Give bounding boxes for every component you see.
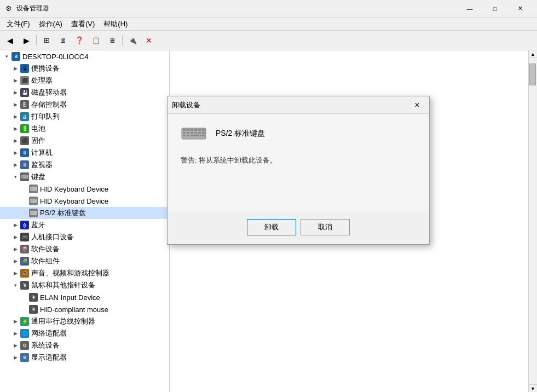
software-icon: 📦 xyxy=(20,244,30,254)
tree-display[interactable]: ▶ 🖥 显示适配器 xyxy=(0,351,169,364)
tree-sys[interactable]: ▶ ⚙ 系统设备 xyxy=(0,339,169,351)
tree-monitor[interactable]: ▶ 🖥 监视器 xyxy=(0,159,169,171)
display-expand-icon[interactable]: ▶ xyxy=(11,353,20,362)
toolbar-sep-1 xyxy=(36,35,37,46)
forward-button[interactable]: ▶ xyxy=(19,33,34,48)
network-icon: 🌐 xyxy=(20,328,30,338)
scrollbar[interactable]: ▲ ▼ xyxy=(528,50,537,392)
tree-hid-kbd-2[interactable]: ▶ ⌨ HID Keyboard Device xyxy=(0,195,169,207)
menu-action[interactable]: 操作(A) xyxy=(34,18,67,30)
device-tree[interactable]: ▾ 🖥 DESKTOP-0LIOCC4 ▶ 📱 便携设备 ▶ ⬛ 处理器 ▶ xyxy=(0,50,170,392)
sys-expand-icon[interactable]: ▶ xyxy=(11,341,20,350)
tree-network[interactable]: ▶ 🌐 网络适配器 xyxy=(0,327,169,339)
monitor-button[interactable]: 🖥 xyxy=(105,33,120,48)
tree-bluetooth[interactable]: ▶ ₿ 蓝牙 xyxy=(0,219,169,231)
dialog-device-row: PS/2 标准键盘 xyxy=(181,125,416,142)
dialog-title: 卸载设备 xyxy=(172,100,409,110)
plugin-button[interactable]: 🔌 xyxy=(125,33,140,48)
battery-expand-icon[interactable]: ▶ xyxy=(11,124,20,133)
tree-elan[interactable]: ▶ 🖱 ELAN Input Device xyxy=(0,291,169,303)
audio-expand-icon[interactable]: ▶ xyxy=(11,269,20,278)
scroll-down-button[interactable]: ▼ xyxy=(529,384,537,392)
tree-disk[interactable]: ▶ 💾 磁盘驱动器 xyxy=(0,87,169,99)
menu-help[interactable]: 帮助(H) xyxy=(99,18,132,30)
svg-rect-16 xyxy=(200,135,205,136)
cpu-expand-icon[interactable]: ▶ xyxy=(11,76,20,85)
uninstall-dialog: 卸载设备 ✕ xyxy=(167,96,430,245)
network-expand-icon[interactable]: ▶ xyxy=(11,329,20,338)
window-title: 设备管理器 xyxy=(16,4,457,13)
display-label: 显示适配器 xyxy=(31,353,67,362)
tree-usb[interactable]: ▶ ⚡ 通用串行总线控制器 xyxy=(0,315,169,327)
computer-label: 计算机 xyxy=(31,148,53,158)
maximize-button[interactable]: □ xyxy=(482,0,507,18)
software-label: 软件设备 xyxy=(31,244,60,254)
computer-expand-icon[interactable]: ▶ xyxy=(11,148,20,157)
scroll-thumb[interactable] xyxy=(529,64,536,85)
hid-expand-icon[interactable]: ▶ xyxy=(11,233,20,241)
storage-label: 存储控制器 xyxy=(31,100,67,109)
softcomp-expand-icon[interactable]: ▶ xyxy=(11,257,20,266)
tree-root[interactable]: ▾ 🖥 DESKTOP-0LIOCC4 xyxy=(0,50,169,62)
print-icon: 🖨 xyxy=(20,112,30,122)
keyboard-expand-icon[interactable]: ▾ xyxy=(11,172,20,181)
scan-button[interactable]: 📋 xyxy=(88,33,103,48)
back-button[interactable]: ◀ xyxy=(2,33,18,48)
cpu-label: 处理器 xyxy=(31,76,53,85)
cancel-button[interactable]: 取消 xyxy=(301,219,350,235)
update-button[interactable]: 🗎 xyxy=(55,33,71,48)
tree-print[interactable]: ▶ 🖨 打印队列 xyxy=(0,111,169,123)
tree-hid-mouse[interactable]: ▶ 🖱 HID-compliant mouse xyxy=(0,303,169,315)
scroll-up-button[interactable]: ▲ xyxy=(529,50,537,58)
dialog-close-button[interactable]: ✕ xyxy=(409,97,425,113)
battery-label: 电池 xyxy=(31,124,45,134)
firmware-expand-icon[interactable]: ▶ xyxy=(11,136,20,145)
bluetooth-icon: ₿ xyxy=(20,220,30,230)
usb-expand-icon[interactable]: ▶ xyxy=(11,317,20,326)
hid-mouse-label: HID-compliant mouse xyxy=(40,305,108,314)
monitor-expand-icon[interactable]: ▶ xyxy=(11,160,20,169)
tree-battery[interactable]: ▶ 🔋 电池 xyxy=(0,123,169,135)
tree-keyboard[interactable]: ▾ ⌨ 键盘 xyxy=(0,171,169,183)
tree-computer[interactable]: ▶ 🖥 计算机 xyxy=(0,147,169,159)
svg-rect-12 xyxy=(202,132,205,134)
tree-software[interactable]: ▶ 📦 软件设备 xyxy=(0,243,169,255)
bluetooth-expand-icon[interactable]: ▶ xyxy=(11,221,20,229)
tree-cpu[interactable]: ▶ ⬛ 处理器 xyxy=(0,74,169,87)
disk-expand-icon[interactable]: ▶ xyxy=(11,88,20,97)
close-button[interactable]: ✕ xyxy=(507,0,533,18)
storage-expand-icon[interactable]: ▶ xyxy=(11,100,20,109)
tree-mouse[interactable]: ▾ 🖱 鼠标和其他指针设备 xyxy=(0,279,169,291)
properties-button[interactable]: ⊞ xyxy=(39,33,54,48)
software-expand-icon[interactable]: ▶ xyxy=(11,245,20,253)
svg-rect-1 xyxy=(183,129,186,131)
confirm-uninstall-button[interactable]: 卸载 xyxy=(247,219,296,235)
tree-hid-kbd-1[interactable]: ▶ ⌨ HID Keyboard Device xyxy=(0,183,169,195)
help-button[interactable]: ❓ xyxy=(72,33,87,48)
print-label: 打印队列 xyxy=(31,112,60,122)
hid-kbd-1-icon: ⌨ xyxy=(28,184,38,194)
tree-firmware[interactable]: ▶ ⬛ 固件 xyxy=(0,135,169,147)
tree-softcomp[interactable]: ▶ 🧩 软件组件 xyxy=(0,255,169,267)
mouse-expand-icon[interactable]: ▾ xyxy=(11,281,20,290)
portable-expand-icon[interactable]: ▶ xyxy=(11,64,20,73)
audio-icon: 🔊 xyxy=(20,268,30,278)
dialog-footer: 卸载 取消 xyxy=(168,212,429,244)
tree-ps2-kbd[interactable]: ▶ ⌨ PS/2 标准键盘 xyxy=(0,207,169,219)
tree-hid[interactable]: ▶ 🎮 人机接口设备 xyxy=(0,231,169,243)
scroll-track[interactable] xyxy=(529,58,537,384)
menu-file[interactable]: 文件(F) xyxy=(2,18,34,30)
monitor-icon: 🖥 xyxy=(20,160,30,170)
uninstall-toolbar-button[interactable]: ✕ xyxy=(141,33,157,48)
menu-view[interactable]: 查看(V) xyxy=(67,18,99,30)
print-expand-icon[interactable]: ▶ xyxy=(11,112,20,121)
root-expand-icon[interactable]: ▾ xyxy=(2,52,11,61)
title-bar: ⚙ 设备管理器 — □ ✕ xyxy=(0,0,537,18)
keyboard-label: 键盘 xyxy=(31,172,45,182)
portable-label: 便携设备 xyxy=(31,64,60,73)
hid-label: 人机接口设备 xyxy=(31,232,74,242)
tree-portable[interactable]: ▶ 📱 便携设备 xyxy=(0,62,169,74)
tree-storage[interactable]: ▶ 🗄 存储控制器 xyxy=(0,99,169,111)
tree-audio[interactable]: ▶ 🔊 声音、视频和游戏控制器 xyxy=(0,267,169,279)
minimize-button[interactable]: — xyxy=(457,0,482,18)
